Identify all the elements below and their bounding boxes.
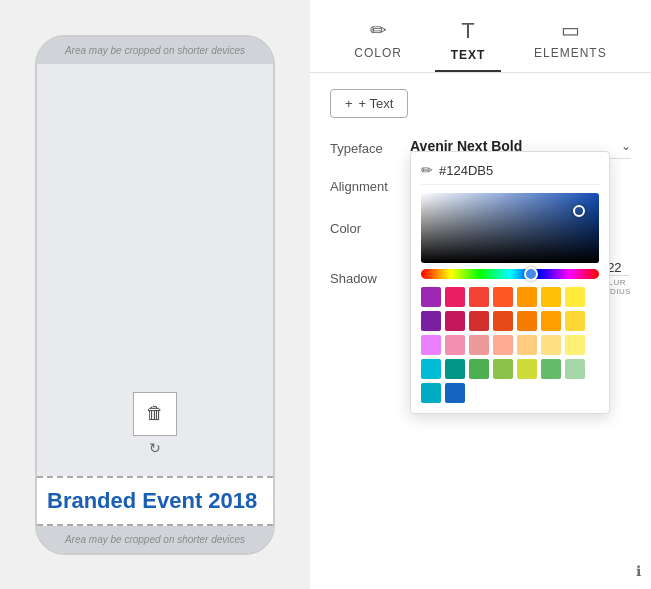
swatch[interactable] [565, 287, 585, 307]
swatch-row-1 [421, 287, 599, 307]
gradient-cursor [573, 205, 585, 217]
tab-text[interactable]: T TEXT [435, 10, 502, 72]
swatch[interactable] [445, 383, 465, 403]
typeface-label: Typeface [330, 141, 410, 156]
swatch[interactable] [541, 359, 561, 379]
swatch-row-2 [421, 311, 599, 331]
color-picker-popup: ✏ #124DB5 [410, 151, 610, 414]
content-area: + + Text Typeface Avenir Next Bold ⌄ Ali… [310, 73, 651, 589]
phone-top-bar: Area may be cropped on shorter devices [37, 37, 273, 64]
elements-tab-label: ELEMENTS [534, 46, 607, 60]
phone-text-area: Branded Event 2018 [37, 476, 273, 526]
phone-bottom-bar: Area may be cropped on shorter devices [37, 526, 273, 553]
swatch-row-3 [421, 335, 599, 355]
chevron-down-icon: ⌄ [621, 139, 631, 153]
left-panel: Area may be cropped on shorter devices 🗑… [0, 0, 310, 589]
swatch[interactable] [469, 287, 489, 307]
swatch[interactable] [421, 287, 441, 307]
trash-icon: 🗑 [146, 403, 164, 424]
tab-elements[interactable]: ▭ ELEMENTS [518, 10, 623, 72]
swatch[interactable] [493, 335, 513, 355]
trash-button[interactable]: 🗑 [133, 392, 177, 436]
color-tab-label: COLOR [354, 46, 402, 60]
swatch[interactable] [565, 311, 585, 331]
hue-cursor [524, 267, 538, 281]
swatch[interactable] [541, 335, 561, 355]
swatch[interactable] [541, 287, 561, 307]
swatch-row-4 [421, 359, 599, 379]
dropper-icon[interactable]: ✏ [421, 162, 433, 178]
phone-main-area: 🗑 ↻ [37, 64, 273, 476]
hue-slider[interactable] [421, 269, 599, 279]
swatch[interactable] [421, 335, 441, 355]
phone-mockup: Area may be cropped on shorter devices 🗑… [35, 35, 275, 555]
phone-action-icons: 🗑 ↻ [133, 392, 177, 456]
swatches-grid [421, 287, 599, 403]
swatch[interactable] [445, 311, 465, 331]
brand-text: Branded Event 2018 [47, 488, 257, 513]
alignment-label: Alignment [330, 179, 410, 194]
swatch[interactable] [445, 335, 465, 355]
color-hex-value: #124DB5 [439, 163, 493, 178]
add-text-button[interactable]: + + Text [330, 89, 408, 118]
swatch[interactable] [421, 311, 441, 331]
swatch[interactable] [493, 359, 513, 379]
swatch[interactable] [469, 359, 489, 379]
text-tab-icon: T [461, 18, 474, 44]
swatch[interactable] [517, 335, 537, 355]
right-panel: ✏ COLOR T TEXT ▭ ELEMENTS + + Text Typef… [310, 0, 651, 589]
swatch[interactable] [445, 359, 465, 379]
add-text-label: + Text [357, 96, 394, 111]
swatch[interactable] [565, 335, 585, 355]
gradient-overlay [421, 193, 599, 263]
swatch[interactable] [469, 311, 489, 331]
plus-icon: + [345, 96, 353, 111]
text-tab-label: TEXT [451, 48, 486, 62]
swatch[interactable] [565, 359, 585, 379]
shadow-label: Shadow [330, 271, 410, 286]
swatch[interactable] [493, 311, 513, 331]
swatch[interactable] [493, 287, 513, 307]
color-label: Color [330, 221, 410, 236]
swatch[interactable] [421, 359, 441, 379]
color-tab-icon: ✏ [370, 18, 387, 42]
swatch[interactable] [517, 359, 537, 379]
swatch[interactable] [517, 311, 537, 331]
swatch[interactable] [517, 287, 537, 307]
elements-tab-icon: ▭ [561, 18, 580, 42]
swatch[interactable] [469, 335, 489, 355]
color-hex-row: ✏ #124DB5 [421, 162, 599, 185]
gradient-canvas[interactable] [421, 193, 599, 263]
swatch[interactable] [445, 287, 465, 307]
swatch[interactable] [421, 383, 441, 403]
rotate-icon[interactable]: ↻ [149, 440, 161, 456]
tab-nav: ✏ COLOR T TEXT ▭ ELEMENTS [310, 0, 651, 73]
swatch[interactable] [541, 311, 561, 331]
swatch-row-5 [421, 383, 599, 403]
tab-color[interactable]: ✏ COLOR [338, 10, 418, 72]
